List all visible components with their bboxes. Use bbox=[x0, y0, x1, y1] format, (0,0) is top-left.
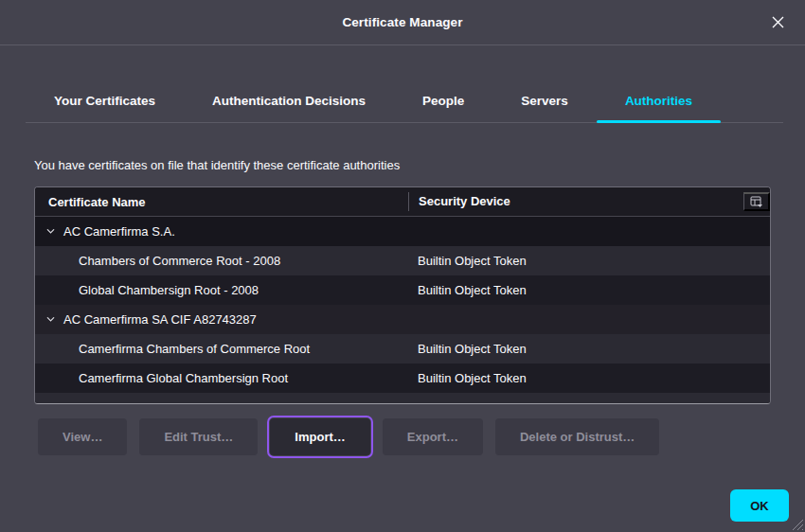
action-bar: View…Edit Trust…Import…Export…Delete or … bbox=[38, 418, 771, 455]
cert-name-label: Chambers of Commerce Root - 2008 bbox=[79, 254, 280, 268]
cert-name-label: Camerfirma Global Chambersign Root bbox=[79, 371, 288, 385]
cert-name-cell: Chambers of Commerce Root - 2008 bbox=[35, 254, 408, 268]
tree-row-group[interactable]: AC Camerfirma S.A. bbox=[35, 217, 770, 246]
chevron-down-icon[interactable] bbox=[45, 226, 56, 237]
titlebar: Certificate Manager bbox=[0, 0, 805, 45]
column-header-certificate-name[interactable]: Certificate Name bbox=[35, 195, 408, 209]
certificate-manager-dialog: Certificate Manager Your CertificatesAut… bbox=[0, 0, 805, 455]
cert-name-label: ACCV bbox=[63, 400, 98, 404]
tab-servers[interactable]: Servers bbox=[492, 80, 597, 122]
edit-trust-button[interactable]: Edit Trust… bbox=[139, 418, 258, 455]
chevron-down-icon[interactable] bbox=[45, 402, 56, 404]
certificate-table: Certificate Name Security Device AC Came… bbox=[34, 186, 771, 404]
delete-or-distrust-button[interactable]: Delete or Distrust… bbox=[495, 418, 659, 455]
cert-name-label: AC Camerfirma SA CIF A82743287 bbox=[63, 312, 257, 327]
cert-name-label: Global Chambersign Root - 2008 bbox=[79, 283, 259, 297]
tab-authorities[interactable]: Authorities bbox=[597, 80, 721, 122]
tree-row[interactable]: Camerfirma Chambers of Commerce RootBuil… bbox=[35, 334, 770, 364]
chevron-down-icon[interactable] bbox=[45, 314, 56, 325]
security-device-cell: Builtin Object Token bbox=[408, 371, 770, 385]
resize-grip-icon[interactable] bbox=[790, 517, 804, 531]
cert-name-cell: AC Camerfirma S.A. bbox=[35, 224, 408, 239]
cert-name-cell: Global Chambersign Root - 2008 bbox=[35, 283, 408, 297]
cert-name-label: Camerfirma Chambers of Commerce Root bbox=[79, 342, 310, 356]
ok-button[interactable]: OK bbox=[730, 489, 789, 522]
cert-name-cell: ACCV bbox=[35, 400, 408, 404]
cert-name-label: AC Camerfirma S.A. bbox=[63, 224, 175, 239]
tab-bar: Your CertificatesAuthentication Decision… bbox=[26, 80, 783, 123]
tree-row[interactable]: Global Chambersign Root - 2008Builtin Ob… bbox=[35, 275, 770, 305]
close-icon bbox=[771, 15, 785, 29]
intro-text: You have certificates on file that ident… bbox=[34, 158, 771, 172]
cert-name-cell: Camerfirma Chambers of Commerce Root bbox=[35, 342, 408, 356]
window-title: Certificate Manager bbox=[342, 15, 462, 29]
security-device-cell: Builtin Object Token bbox=[408, 342, 770, 356]
view-button[interactable]: View… bbox=[38, 418, 127, 455]
tree-row-group[interactable]: AC Camerfirma SA CIF A82743287 bbox=[35, 305, 770, 334]
tree-row-group[interactable]: ACCV bbox=[35, 393, 770, 404]
security-device-cell: Builtin Object Token bbox=[408, 254, 770, 268]
tree-row[interactable]: Chambers of Commerce Root - 2008Builtin … bbox=[35, 246, 770, 275]
export-button[interactable]: Export… bbox=[383, 418, 483, 455]
table-header: Certificate Name Security Device bbox=[35, 187, 770, 217]
tab-authentication-decisions[interactable]: Authentication Decisions bbox=[184, 80, 394, 122]
tab-your-certificates[interactable]: Your Certificates bbox=[26, 80, 184, 122]
column-header-security-device[interactable]: Security Device bbox=[408, 192, 743, 211]
tree-row[interactable]: Camerfirma Global Chambersign RootBuilti… bbox=[35, 364, 770, 393]
cert-name-cell: Camerfirma Global Chambersign Root bbox=[35, 371, 408, 385]
cert-name-cell: AC Camerfirma SA CIF A82743287 bbox=[35, 312, 408, 327]
column-picker-button[interactable] bbox=[743, 192, 770, 211]
column-picker-icon bbox=[750, 196, 763, 208]
close-button[interactable] bbox=[765, 10, 790, 35]
import-button[interactable]: Import… bbox=[270, 418, 369, 455]
security-device-cell: Builtin Object Token bbox=[408, 283, 770, 297]
tab-people[interactable]: People bbox=[394, 80, 492, 122]
table-body: AC Camerfirma S.A.Chambers of Commerce R… bbox=[35, 217, 770, 404]
